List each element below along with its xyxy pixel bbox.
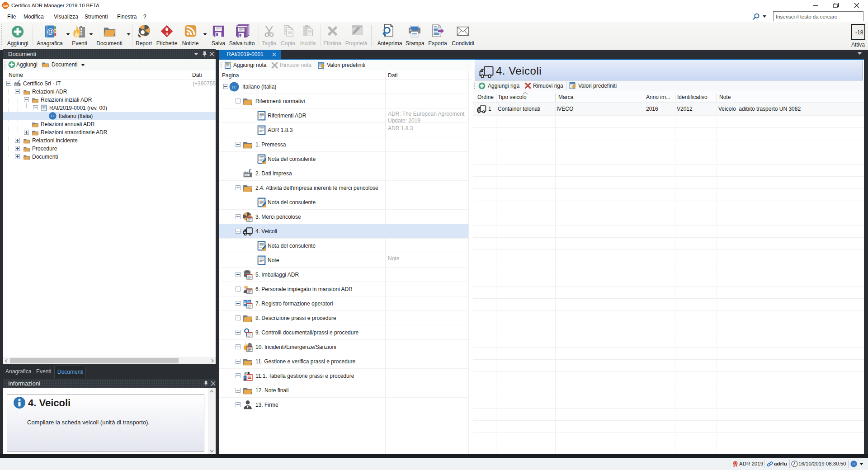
svg-text:@: @ (47, 28, 54, 35)
svg-text:IT: IT (51, 114, 54, 118)
svg-text:IT: IT (232, 85, 236, 89)
svg-text:IT: IT (853, 462, 855, 465)
svg-text:3: 3 (165, 32, 168, 36)
svg-text:ADR: ADR (3, 5, 8, 7)
